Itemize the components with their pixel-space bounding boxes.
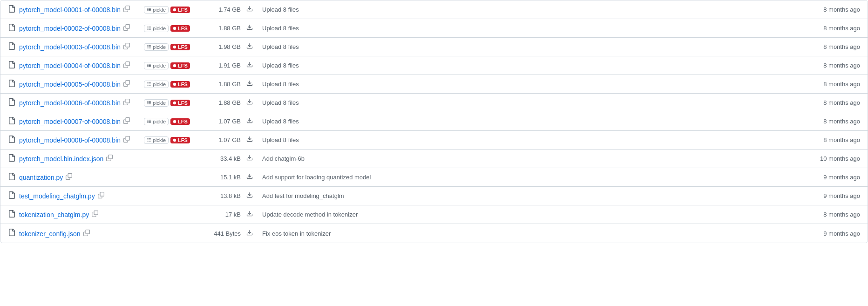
file-icon (8, 229, 15, 238)
file-name-container: pytorch_model-00001-of-00008.bin (19, 6, 140, 14)
table-row: pytorch_model-00005-of-00008.bin pickle … (0, 75, 868, 94)
file-name-link[interactable]: pytorch_model.bin.index.json (19, 155, 103, 163)
table-row: pytorch_model-00003-of-00008.bin pickle … (0, 38, 868, 56)
file-name-link[interactable]: quantization.py (19, 174, 63, 181)
pickle-tag: pickle (144, 6, 169, 14)
download-icon[interactable] (246, 43, 253, 51)
file-size: 17 kB (203, 211, 241, 218)
file-size: 441 Bytes (203, 230, 241, 237)
file-name-container: quantization.py (19, 173, 140, 181)
lfs-badge: LFS (170, 137, 190, 143)
pickle-tag: pickle (144, 136, 169, 144)
download-icon[interactable] (246, 61, 253, 69)
table-row: tokenization_chatglm.py17 kBUpdate decod… (0, 205, 868, 224)
file-name-link[interactable]: pytorch_model-00003-of-00008.bin (19, 43, 121, 51)
commit-time: 8 months ago (814, 118, 860, 125)
copy-path-icon[interactable] (106, 156, 113, 163)
download-icon[interactable] (246, 155, 253, 163)
copy-path-icon[interactable] (92, 212, 98, 218)
file-name-link[interactable]: pytorch_model-00006-of-00008.bin (19, 99, 121, 107)
file-name-link[interactable]: pytorch_model-00001-of-00008.bin (19, 6, 121, 14)
file-icon (8, 24, 15, 33)
copy-path-icon[interactable] (123, 44, 130, 51)
file-size: 1.91 GB (203, 62, 241, 69)
commit-time: 9 months ago (814, 192, 860, 199)
file-size: 1.88 GB (203, 81, 241, 88)
copy-path-icon[interactable] (123, 7, 130, 14)
download-icon[interactable] (246, 211, 253, 218)
file-size: 33.4 kB (203, 155, 241, 162)
file-icon (8, 191, 15, 201)
commit-time: 8 months ago (814, 211, 860, 218)
download-icon[interactable] (246, 230, 253, 238)
download-icon[interactable] (246, 192, 253, 200)
file-icon (8, 173, 15, 182)
file-icon (8, 154, 15, 163)
copy-path-icon[interactable] (123, 119, 130, 125)
file-tags: pickle LFS (144, 6, 200, 14)
commit-time: 8 months ago (814, 62, 860, 69)
download-icon[interactable] (246, 24, 253, 32)
file-tags: pickle LFS (144, 25, 200, 32)
svg-point-4 (173, 82, 176, 85)
file-tags: pickle LFS (144, 43, 200, 51)
lfs-badge: LFS (170, 7, 190, 13)
commit-message: Update decode method in tokenizer (262, 211, 814, 218)
table-row: test_modeling_chatglm.py13.8 kBAdd test … (0, 187, 868, 205)
commit-time: 9 months ago (814, 174, 860, 181)
lfs-badge: LFS (170, 44, 190, 50)
lfs-badge: LFS (170, 118, 190, 125)
copy-path-icon[interactable] (98, 193, 104, 200)
svg-point-2 (173, 45, 176, 48)
file-icon (8, 61, 15, 70)
file-size: 1.98 GB (203, 43, 241, 50)
svg-point-1 (173, 27, 176, 29)
file-name-container: pytorch_model-00007-of-00008.bin (19, 117, 140, 125)
file-name-container: pytorch_model-00003-of-00008.bin (19, 43, 140, 51)
download-icon[interactable] (246, 6, 253, 14)
commit-time: 8 months ago (814, 136, 860, 143)
file-name-link[interactable]: pytorch_model-00007-of-00008.bin (19, 118, 121, 125)
file-name-container: tokenization_chatglm.py (19, 211, 140, 218)
download-icon[interactable] (246, 80, 253, 88)
file-name-link[interactable]: test_modeling_chatglm.py (19, 192, 95, 200)
file-name-container: pytorch_model-00002-of-00008.bin (19, 24, 140, 32)
file-name-link[interactable]: pytorch_model-00008-of-00008.bin (19, 136, 121, 144)
file-name-link[interactable]: pytorch_model-00005-of-00008.bin (19, 81, 121, 88)
file-name-link[interactable]: pytorch_model-00004-of-00008.bin (19, 62, 121, 69)
download-icon[interactable] (246, 99, 253, 107)
download-icon[interactable] (246, 117, 253, 125)
file-size: 1.88 GB (203, 99, 241, 106)
file-icon (8, 210, 15, 219)
file-name-container: pytorch_model-00008-of-00008.bin (19, 136, 140, 144)
copy-path-icon[interactable] (83, 231, 90, 238)
file-name-link[interactable]: pytorch_model-00002-of-00008.bin (19, 25, 121, 32)
file-size: 1.74 GB (203, 6, 241, 13)
file-name-container: tokenizer_config.json (19, 230, 140, 238)
file-tags: pickle LFS (144, 99, 200, 107)
file-size: 13.8 kB (203, 192, 241, 199)
lfs-badge: LFS (170, 25, 190, 32)
file-icon (8, 80, 15, 89)
copy-path-icon[interactable] (66, 175, 72, 181)
commit-time: 9 months ago (814, 230, 860, 237)
commit-time: 8 months ago (814, 81, 860, 88)
copy-path-icon[interactable] (123, 26, 130, 32)
copy-path-icon[interactable] (123, 100, 130, 107)
file-name-link[interactable]: tokenizer_config.json (19, 230, 81, 238)
download-icon[interactable] (246, 136, 253, 144)
file-tags: pickle LFS (144, 62, 200, 69)
copy-path-icon[interactable] (123, 82, 130, 88)
file-name-link[interactable]: tokenization_chatglm.py (19, 211, 89, 218)
table-row: pytorch_model-00001-of-00008.bin pickle … (0, 0, 868, 19)
copy-path-icon[interactable] (123, 137, 130, 144)
pickle-tag: pickle (144, 99, 169, 107)
commit-time: 8 months ago (814, 25, 860, 32)
table-row: pytorch_model-00002-of-00008.bin pickle … (0, 19, 868, 38)
table-row: pytorch_model-00006-of-00008.bin pickle … (0, 94, 868, 112)
download-icon[interactable] (246, 173, 253, 181)
copy-path-icon[interactable] (123, 63, 130, 69)
table-row: pytorch_model-00004-of-00008.bin pickle … (0, 56, 868, 75)
file-name-container: pytorch_model-00006-of-00008.bin (19, 99, 140, 107)
file-icon (8, 42, 15, 52)
